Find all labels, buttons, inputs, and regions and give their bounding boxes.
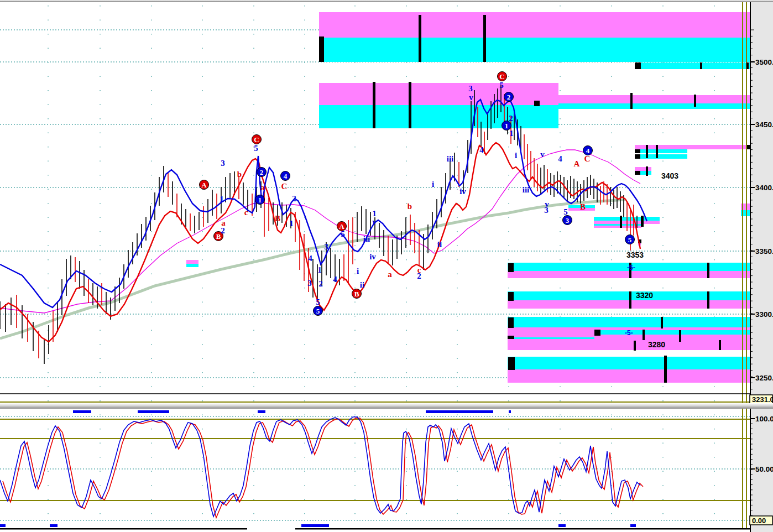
panel-separator: [0, 403, 773, 409]
wave-text-label: a: [388, 270, 392, 279]
osc-signal-dash: [509, 410, 511, 413]
axis-label: 3300.: [755, 310, 773, 319]
svg-text:3231.0: 3231.0: [752, 395, 773, 404]
wave-text-label: iv: [459, 187, 466, 196]
osc-bottom-border: [0, 528, 247, 530]
wave-text-label: ii: [360, 280, 364, 289]
zone-band: [508, 271, 750, 278]
price-axis[interactable]: 3500.3450.3400.3350.3300.3250.100.050.00…: [750, 0, 773, 532]
zone-black-mark: [634, 341, 636, 351]
wave-text-label: 5: [499, 81, 504, 90]
zone-black-mark: [508, 292, 514, 301]
zone-5-label: -5-: [627, 264, 635, 272]
wave-circle-label: 1: [255, 195, 265, 205]
wave-text-label: 3: [221, 159, 225, 168]
wave-circle-label: A: [200, 180, 209, 190]
zone-band: [508, 317, 750, 327]
wave-text-label: c: [244, 208, 248, 217]
zone-band: [558, 103, 750, 109]
zone-band: [186, 264, 199, 267]
trading-chart-window: ABCABC24135521431251253413245iiiiiiiv1v2…: [0, 0, 773, 532]
zone-black-mark: [508, 357, 515, 370]
zone-band: [635, 62, 750, 69]
wave-text-label: i: [432, 180, 434, 189]
zone-band: [508, 291, 750, 300]
osc-signal-dash: [258, 410, 265, 413]
wave-text-label: iii: [523, 185, 530, 194]
wave-text-label: 2: [221, 226, 225, 235]
zone-black-mark: [594, 330, 600, 336]
wave-text-label: 4: [308, 254, 312, 263]
last-price-box: 0.00: [750, 516, 772, 525]
wave-text-label: A: [574, 159, 580, 168]
svg-text:2: 2: [507, 93, 511, 101]
zone-band: [319, 12, 750, 38]
wave-text-label: 2: [509, 114, 513, 123]
axis-label: 3350.: [755, 247, 773, 255]
zone-black-mark: [707, 291, 709, 309]
svg-text:B: B: [354, 290, 359, 298]
axis-label: 3500.: [755, 58, 773, 66]
wave-text-label: 3: [307, 279, 312, 288]
wave-text-label: 3: [468, 84, 473, 93]
svg-text:2: 2: [260, 168, 264, 176]
wave-text-label: iv: [369, 252, 376, 261]
zone-black-mark: [508, 263, 514, 272]
osc-signal-dash: [50, 524, 58, 527]
price-level-label: 3280: [648, 340, 665, 349]
zone-black-mark: [635, 62, 641, 69]
wave-text-label: 1: [220, 195, 224, 204]
axis-label: 3450.: [755, 121, 773, 129]
svg-text:C: C: [499, 72, 504, 81]
svg-text:5: 5: [628, 236, 632, 244]
wave-text-label: i: [515, 151, 517, 160]
price-level-label: 3353: [626, 251, 644, 259]
osc-signal-dash: [558, 524, 566, 527]
wave-text-label: 5: [254, 144, 258, 153]
zone-black-mark: [508, 317, 514, 328]
wave-text-label: B: [275, 214, 280, 223]
svg-text:4: 4: [586, 147, 590, 155]
wave-text-label: B: [580, 202, 586, 211]
wave-circle-label: 4: [583, 146, 593, 155]
wave-text-label: v: [540, 150, 545, 159]
wave-circle-label: 2: [257, 168, 267, 177]
last-price-box: 3231.0: [750, 395, 773, 404]
zone-black-mark: [409, 82, 411, 128]
zone-band: [319, 83, 558, 105]
svg-text:C: C: [254, 135, 259, 144]
zone-black-mark: [641, 216, 644, 227]
price-level-label: 3403: [661, 171, 678, 180]
zone-black-mark: [646, 166, 648, 176]
zone-band: [508, 300, 750, 309]
zone-black-mark: [747, 145, 750, 149]
osc-signal-dash: [138, 410, 169, 413]
zone-black-mark: [679, 330, 681, 342]
axis-background: [751, 0, 773, 532]
zone-black-mark: [635, 171, 640, 175]
wave-text-label: ii: [437, 240, 442, 249]
wave-text-label: 1: [289, 219, 294, 228]
zone-band: [635, 167, 651, 171]
zone-5-label: -5-: [625, 329, 633, 337]
wave-text-label: 3: [324, 242, 328, 251]
zone-black-mark: [483, 15, 486, 62]
wave-text-label: 4: [479, 145, 484, 154]
osc-red-line: [3, 418, 643, 518]
wave-text-label: a: [260, 183, 265, 192]
svg-text:5: 5: [316, 307, 320, 315]
zone-black-mark: [508, 336, 514, 339]
zone-band: [594, 226, 641, 228]
chart-canvas[interactable]: ABCABC24135521431251253413245iiiiiiiv1v2…: [0, 0, 773, 532]
zone-black-mark: [629, 291, 631, 309]
axis-label: 100.0: [755, 415, 773, 423]
oscillator-panel[interactable]: [0, 410, 750, 530]
zone-black-mark: [319, 36, 324, 62]
wave-text-label: v: [372, 217, 377, 226]
wave-text-label: C: [281, 182, 288, 191]
svg-text:3: 3: [566, 216, 570, 225]
osc-signal-dash: [0, 524, 6, 527]
wave-text-label: a: [221, 218, 226, 227]
wave-text-label: v: [469, 93, 473, 102]
zone-black-mark: [419, 15, 421, 62]
